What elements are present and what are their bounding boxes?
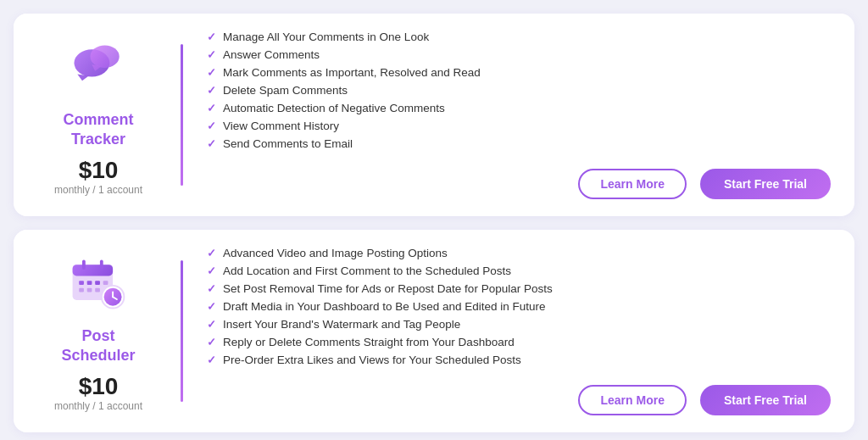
feature-item: ✓ Draft Media in Your Dashboard to Be Us… — [207, 300, 831, 313]
feature-text: View Comment History — [223, 120, 339, 132]
card-actions: Learn More Start Free Trial — [207, 169, 831, 199]
check-icon: ✓ — [207, 318, 216, 331]
feature-item: ✓ Automatic Detection of Negative Commen… — [207, 102, 831, 114]
feature-item: ✓ Pre-Order Extra Likes and Views for Yo… — [207, 354, 831, 366]
check-icon: ✓ — [207, 84, 216, 97]
card-comment-tracker: CommentTracker $10 monthly / 1 account ✓… — [14, 14, 854, 216]
feature-text: Mark Comments as Important, Resolved and… — [223, 66, 481, 79]
learn-more-button[interactable]: Learn More — [578, 385, 686, 415]
feature-item: ✓ Insert Your Brand's Watermark and Tag … — [207, 318, 831, 331]
feature-item: ✓ Mark Comments as Important, Resolved a… — [207, 66, 831, 79]
card-post-scheduler: PostScheduler $10 monthly / 1 account ✓ … — [14, 230, 854, 432]
feature-item: ✓ Add Location and First Comment to the … — [207, 265, 831, 277]
billing-info: monthly / 1 account — [54, 400, 142, 412]
card-left-comment-tracker: CommentTracker $10 monthly / 1 account — [14, 14, 183, 216]
feature-text: Pre-Order Extra Likes and Views for Your… — [223, 354, 521, 366]
price: $10 — [79, 157, 119, 184]
svg-rect-12 — [103, 281, 108, 285]
svg-rect-6 — [79, 281, 84, 285]
check-icon: ✓ — [207, 137, 216, 150]
feature-text: Insert Your Brand's Watermark and Tag Pe… — [223, 318, 460, 331]
feature-item: ✓ View Comment History — [207, 120, 831, 132]
feature-text: Send Comments to Email — [223, 137, 353, 150]
billing-info: monthly / 1 account — [54, 184, 142, 196]
feature-text: Reply or Delete Comments Straight from Y… — [223, 336, 515, 348]
card-actions: Learn More Start Free Trial — [207, 385, 831, 415]
check-icon: ✓ — [207, 102, 216, 114]
check-icon: ✓ — [207, 48, 216, 61]
card-left-post-scheduler: PostScheduler $10 monthly / 1 account — [14, 230, 183, 432]
start-trial-button[interactable]: Start Free Trial — [700, 169, 831, 199]
features-list: ✓ Manage All Your Comments in One Look ✓… — [207, 31, 831, 155]
feature-text: Advanced Video and Image Posting Options — [223, 247, 448, 259]
product-name: PostScheduler — [61, 326, 135, 366]
check-icon: ✓ — [207, 247, 216, 259]
check-icon: ✓ — [207, 31, 216, 43]
feature-text: Set Post Removal Time for Ads or Repost … — [223, 282, 553, 295]
feature-text: Add Location and First Comment to the Sc… — [223, 265, 511, 277]
svg-point-1 — [91, 45, 120, 68]
check-icon: ✓ — [207, 282, 216, 295]
feature-item: ✓ Set Post Removal Time for Ads or Repos… — [207, 282, 831, 295]
feature-text: Automatic Detection of Negative Comments — [223, 102, 445, 114]
check-icon: ✓ — [207, 300, 216, 313]
svg-rect-10 — [87, 288, 92, 292]
svg-rect-8 — [95, 281, 100, 285]
feature-text: Delete Spam Comments — [223, 84, 348, 97]
svg-rect-4 — [82, 259, 86, 269]
price: $10 — [79, 373, 119, 400]
svg-rect-5 — [100, 259, 103, 269]
scheduler-icon — [64, 250, 132, 318]
check-icon: ✓ — [207, 265, 216, 277]
feature-item: ✓ Delete Spam Comments — [207, 84, 831, 97]
feature-item: ✓ Reply or Delete Comments Straight from… — [207, 336, 831, 348]
card-right-comment-tracker: ✓ Manage All Your Comments in One Look ✓… — [183, 14, 854, 216]
learn-more-button[interactable]: Learn More — [578, 169, 686, 199]
svg-rect-9 — [79, 288, 84, 292]
svg-rect-3 — [73, 265, 114, 276]
check-icon: ✓ — [207, 354, 216, 366]
check-icon: ✓ — [207, 66, 216, 79]
card-right-post-scheduler: ✓ Advanced Video and Image Posting Optio… — [183, 230, 854, 432]
svg-rect-7 — [87, 281, 92, 285]
feature-text: Draft Media in Your Dashboard to Be Used… — [223, 300, 545, 313]
feature-item: ✓ Answer Comments — [207, 48, 831, 61]
product-name: CommentTracker — [63, 110, 133, 150]
features-list: ✓ Advanced Video and Image Posting Optio… — [207, 247, 831, 371]
feature-text: Manage All Your Comments in One Look — [223, 31, 429, 43]
feature-text: Answer Comments — [223, 48, 320, 61]
comment-icon — [64, 34, 132, 102]
feature-item: ✓ Advanced Video and Image Posting Optio… — [207, 247, 831, 259]
feature-item: ✓ Manage All Your Comments in One Look — [207, 31, 831, 43]
feature-item: ✓ Send Comments to Email — [207, 137, 831, 150]
check-icon: ✓ — [207, 336, 216, 348]
check-icon: ✓ — [207, 120, 216, 132]
start-trial-button[interactable]: Start Free Trial — [700, 385, 831, 415]
svg-rect-11 — [95, 288, 100, 292]
